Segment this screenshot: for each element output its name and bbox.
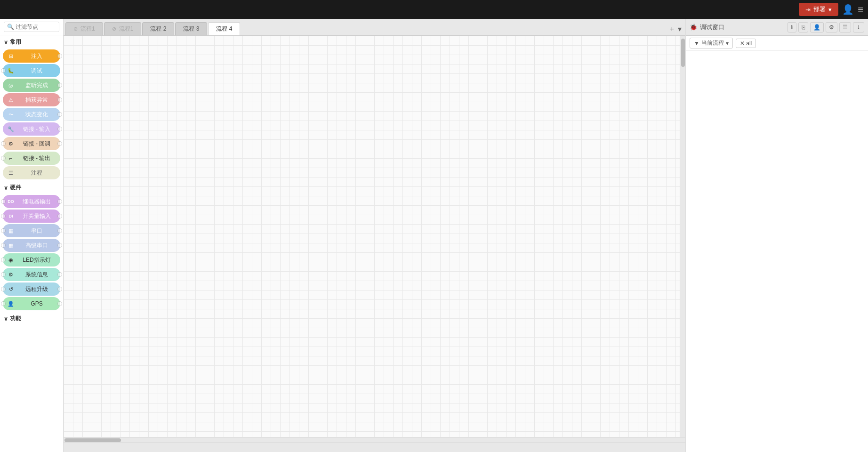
panel-export-button[interactable]: ⤓ [853, 22, 864, 32]
tab-disabled1-label: 流程1 [80, 25, 95, 33]
led-port-left [1, 258, 6, 262]
canvas-area: ⊘ 流程1 ⊘ 流程1 流程 2 流程 3 流程 4 + ▾ [64, 19, 685, 452]
gps-label: GPS [17, 300, 56, 307]
node-serial[interactable]: ▦ 串口 [3, 224, 60, 237]
tab-flow4[interactable]: 流程 4 [208, 22, 240, 35]
right-panel-header: 🐞 调试窗口 ℹ ⎘ 👤 ⚙ ☰ ⤓ [686, 19, 868, 36]
inject-port-right [57, 54, 62, 58]
led-icon: ◉ [7, 256, 15, 264]
node-serial-adv[interactable]: ▦ 高级串口 [3, 239, 60, 252]
section-hardware[interactable]: ∨ 硬件 [0, 181, 63, 194]
status-label: 状态变化 [17, 111, 56, 119]
node-relay[interactable]: DO 继电器输出 [3, 195, 60, 208]
link-call-icon: ⚙ [7, 139, 15, 148]
clear-button[interactable]: ✕ all [736, 39, 756, 48]
link-out-label: 链接 - 输出 [17, 154, 56, 162]
collapse-icon-hardware: ∨ [4, 185, 8, 191]
tab-flow3-label: 流程 3 [183, 25, 199, 33]
gps-icon: 👤 [7, 299, 15, 308]
right-panel-title: 🐞 调试窗口 [690, 23, 786, 32]
panel-settings-button[interactable]: ⚙ [826, 22, 837, 32]
debug-label: 调试 [17, 67, 56, 75]
link-in-port-right [57, 127, 62, 131]
main-layout: ∨ 常用 ⊞ 注入 🐛 调试 ◎ 监听完成 ⚠ 捕获异常 [0, 19, 868, 452]
panel-user-button[interactable]: 👤 [810, 22, 824, 32]
serial-adv-icon: ▦ [7, 241, 15, 250]
section-hardware-label: 硬件 [10, 184, 21, 192]
filter-button[interactable]: ▼ 当前流程 ▾ [690, 38, 733, 48]
node-debug[interactable]: 🐛 调试 [3, 64, 60, 77]
switch-in-label: 开关量输入 [17, 212, 56, 220]
node-link-call[interactable]: ⚙ 链接 - 回调 [3, 137, 60, 150]
panel-info-button[interactable]: ℹ [788, 22, 796, 32]
node-status[interactable]: 〜 状态变化 [3, 108, 60, 121]
node-complete[interactable]: ◎ 监听完成 [3, 79, 60, 92]
catch-port-right [57, 97, 62, 102]
deploy-label: 部署 [813, 5, 826, 14]
section-function[interactable]: ∨ 功能 [0, 312, 63, 324]
gps-port-right [57, 301, 62, 306]
relay-icon: DO [7, 197, 15, 206]
deploy-button[interactable]: ⇥ 部署 ▾ [799, 3, 838, 16]
tab-flow-disabled1[interactable]: ⊘ 流程1 [65, 22, 103, 35]
user-icon[interactable]: 👤 [842, 4, 854, 15]
link-in-label: 链接 - 输入 [17, 125, 56, 133]
canvas-workspace[interactable] [64, 36, 685, 437]
serial-port-left [1, 228, 6, 233]
canvas-scrollbar-h[interactable] [64, 437, 685, 443]
node-led[interactable]: ◉ LED指示灯 [3, 253, 60, 266]
serial-port-right [57, 228, 62, 233]
filter-label: 当前流程 [701, 39, 724, 47]
search-input[interactable] [4, 22, 59, 32]
node-gps[interactable]: 👤 GPS [3, 297, 60, 310]
serial-label: 串口 [17, 227, 56, 235]
node-switch-in[interactable]: DI 开关量输入 [3, 210, 60, 223]
inject-label: 注入 [17, 52, 56, 60]
debug-icon: 🐛 [7, 66, 15, 75]
right-panel-actions: ℹ ⎘ 👤 ⚙ ☰ ⤓ [788, 22, 864, 32]
comment-icon: ☰ [7, 169, 15, 177]
hscroll-thumb [64, 438, 121, 442]
menu-icon[interactable]: ≡ [858, 4, 863, 15]
more-tabs-button[interactable]: ▾ [676, 24, 683, 34]
tab-flow3[interactable]: 流程 3 [175, 22, 207, 35]
gps-port-left [1, 301, 6, 306]
serial-adv-label: 高级串口 [17, 242, 56, 250]
collapse-icon-function: ∨ [4, 315, 8, 322]
serial-adv-port-left [1, 243, 6, 248]
right-panel: 🐞 调试窗口 ℹ ⎘ 👤 ⚙ ☰ ⤓ ▼ 当前流程 ▾ ✕ all [685, 19, 868, 452]
tab-disabled2-icon: ⊘ [112, 26, 116, 32]
section-common-label: 常用 [10, 38, 21, 46]
right-panel-title-label: 调试窗口 [700, 23, 724, 32]
node-inject[interactable]: ⊞ 注入 [3, 49, 60, 63]
panel-list-button[interactable]: ☰ [839, 22, 851, 32]
serial-icon: ▦ [7, 226, 15, 235]
section-common[interactable]: ∨ 常用 [0, 35, 63, 48]
sidebar: ∨ 常用 ⊞ 注入 🐛 调试 ◎ 监听完成 ⚠ 捕获异常 [0, 19, 64, 452]
led-label: LED指示灯 [17, 256, 56, 264]
ota-icon: ↺ [7, 285, 15, 293]
node-ota[interactable]: ↺ 远程升级 [3, 282, 60, 296]
tab-flow2[interactable]: 流程 2 [142, 22, 174, 35]
complete-icon: ◎ [7, 81, 15, 89]
deploy-dropdown-icon: ▾ [828, 6, 832, 13]
node-link-in[interactable]: 🔧 链接 - 输入 [3, 122, 60, 136]
node-catch[interactable]: ⚠ 捕获异常 [3, 93, 60, 106]
debug-port-left [1, 68, 6, 73]
add-tab-button[interactable]: + [668, 24, 676, 34]
node-link-out[interactable]: ⌐ 链接 - 输出 [3, 152, 60, 165]
node-comment[interactable]: ☰ 注程 [3, 166, 60, 179]
canvas-vscroll[interactable] [680, 36, 685, 437]
sysinfo-port-right [57, 272, 62, 277]
collapse-icon-common: ∨ [4, 39, 8, 46]
filter-dropdown-icon: ▾ [726, 40, 729, 47]
debug-panel-icon: 🐞 [690, 24, 697, 31]
relay-label: 继电器输出 [17, 198, 56, 206]
sysinfo-port-left [1, 272, 6, 277]
canvas-grid[interactable] [64, 36, 685, 437]
comment-label: 注程 [17, 169, 56, 177]
serial-adv-port-right [57, 243, 62, 248]
tab-flow-disabled2[interactable]: ⊘ 流程1 [104, 22, 142, 35]
node-sysinfo[interactable]: ⚙ 系统信息 [3, 268, 60, 281]
panel-copy-button[interactable]: ⎘ [798, 22, 808, 32]
